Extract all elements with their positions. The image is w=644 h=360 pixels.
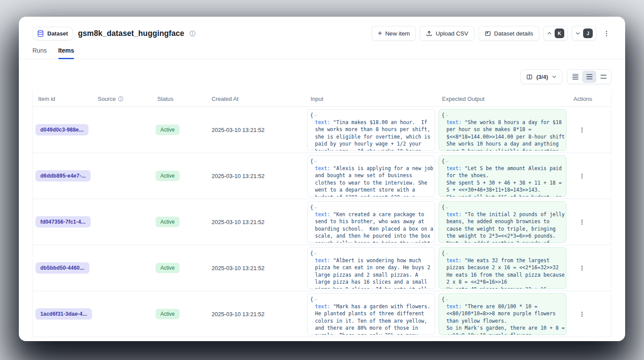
- column-header-actions: Actions: [568, 96, 612, 102]
- item-id-badge[interactable]: fd047356-7fc1-4...: [35, 216, 91, 228]
- items-table: Item id Source Status Created At Input E…: [32, 91, 612, 337]
- page-header: Dataset gsm8k_dataset_huggingface + New …: [19, 17, 625, 41]
- row-height-medium-button[interactable]: [582, 71, 596, 83]
- upload-csv-button[interactable]: Upload CSV: [420, 26, 474, 41]
- density-large-icon: [600, 74, 607, 80]
- expected-output-json-preview[interactable]: { text: "There are 80/100 * 10 = <<80/10…: [439, 293, 566, 335]
- new-item-button[interactable]: + New item: [372, 26, 416, 41]
- status-badge: Active: [156, 125, 180, 135]
- chevron-down-icon: [552, 74, 557, 79]
- created-at-cell: 2025-03-10 13:21:52: [206, 173, 305, 179]
- table-row: 1acd6f31-3dae-4... Active 2025-03-10 13:…: [33, 291, 611, 337]
- columns-selector-button[interactable]: (3/4): [520, 69, 563, 84]
- json-value: "Alexis is applying for a new job and bo…: [315, 165, 435, 197]
- item-id-cell: d6ddb895-e4e7-...: [33, 170, 92, 182]
- input-json-preview[interactable]: { text: "Albert is wondering how much pi…: [307, 247, 435, 289]
- dataset-type-label: Dataset: [47, 30, 68, 37]
- dataset-details-label: Dataset details: [494, 30, 533, 37]
- database-icon: [37, 30, 44, 37]
- collapse-chevron-icon[interactable]: [314, 298, 318, 302]
- columns-icon: [526, 74, 533, 80]
- row-kebab-menu-button[interactable]: [577, 171, 587, 181]
- status-cell: Active: [152, 171, 206, 181]
- title-info-icon[interactable]: [189, 30, 196, 37]
- column-header-expected-output: Expected Output: [437, 96, 568, 102]
- collapse-chevron-icon[interactable]: [445, 252, 449, 256]
- json-key: text: [315, 165, 327, 171]
- collapse-chevron-icon[interactable]: [314, 160, 318, 164]
- item-id-badge[interactable]: db5bbd50-4460...: [35, 262, 89, 274]
- compare-up-button[interactable]: K: [543, 26, 568, 41]
- status-cell: Active: [152, 125, 206, 135]
- open-brace: {: [442, 204, 445, 211]
- item-id-badge[interactable]: 1acd6f31-3dae-4...: [35, 308, 92, 320]
- collapse-chevron-icon[interactable]: [314, 206, 318, 210]
- compare-down-button[interactable]: J: [572, 26, 596, 41]
- table-body: d049d0c3-988e... Active 2025-03-10 13:21…: [33, 107, 611, 337]
- expected-output-cell: { text: "There are 80/100 * 10 = <<80/10…: [437, 291, 568, 337]
- table-toolbar: (3/4): [19, 59, 625, 91]
- dataset-details-icon: [485, 30, 491, 37]
- input-json-preview[interactable]: { text: "Mark has a garden with flowers.…: [307, 293, 435, 335]
- input-cell: { text: "Ken created a care package to s…: [305, 199, 437, 245]
- source-info-icon[interactable]: [118, 96, 124, 102]
- status-badge: Active: [156, 171, 180, 181]
- input-json-preview[interactable]: { text: "Tina makes $18.00 an hour. If s…: [307, 109, 435, 151]
- json-key: text: [446, 211, 459, 217]
- actions-cell: [568, 217, 612, 227]
- table-row: db5bbd50-4460... Active 2025-03-10 13:21…: [33, 245, 611, 291]
- status-cell: Active: [152, 309, 206, 319]
- table-row: fd047356-7fc1-4... Active 2025-03-10 13:…: [33, 199, 611, 245]
- collapse-chevron-icon[interactable]: [445, 160, 449, 164]
- open-brace: {: [310, 112, 313, 119]
- table-row: d049d0c3-988e... Active 2025-03-10 13:21…: [33, 107, 611, 153]
- expected-output-json-preview[interactable]: { text: "She works 8 hours a day for $18…: [439, 109, 566, 151]
- item-id-badge[interactable]: d049d0c3-988e...: [35, 124, 88, 135]
- row-kebab-menu-button[interactable]: [577, 263, 587, 273]
- expected-output-json-preview[interactable]: { text: "To the initial 2 pounds of jell…: [439, 201, 566, 243]
- created-at-cell: 2025-03-10 13:21:52: [206, 219, 305, 225]
- upload-icon: [426, 30, 432, 37]
- json-value: "Ken created a care package to send to h…: [315, 211, 435, 243]
- tab-runs[interactable]: Runs: [32, 47, 47, 59]
- status-badge: Active: [156, 309, 180, 319]
- kebab-icon: [579, 173, 585, 179]
- column-header-input: Input: [305, 96, 437, 102]
- input-json-preview[interactable]: { text: "Ken created a care package to s…: [307, 201, 435, 243]
- new-item-label: New item: [385, 30, 410, 37]
- row-kebab-menu-button[interactable]: [577, 309, 587, 319]
- column-header-created-at: Created At: [206, 96, 305, 102]
- column-header-source: Source: [92, 96, 152, 102]
- input-cell: { text: "Alexis is applying for a new jo…: [305, 153, 437, 199]
- expected-output-json-preview[interactable]: { text: "Let S be the amount Alexis paid…: [439, 155, 566, 197]
- row-kebab-menu-button[interactable]: [577, 125, 587, 135]
- collapse-chevron-icon[interactable]: [314, 252, 318, 256]
- dataset-details-button[interactable]: Dataset details: [478, 26, 539, 41]
- collapse-chevron-icon[interactable]: [445, 298, 449, 302]
- open-brace: {: [442, 112, 445, 119]
- header-kebab-menu-button[interactable]: [600, 26, 612, 41]
- json-value: "There are 80/100 * 10 = <<80/100*10=8>>…: [446, 303, 566, 335]
- row-height-large-button[interactable]: [596, 71, 610, 83]
- status-cell: Active: [152, 263, 206, 273]
- item-id-cell: d049d0c3-988e...: [33, 124, 92, 135]
- row-height-small-button[interactable]: [568, 71, 582, 83]
- status-badge: Active: [156, 217, 180, 227]
- status-cell: Active: [152, 217, 206, 227]
- created-at-cell: 2025-03-10 13:21:52: [206, 265, 305, 271]
- collapse-chevron-icon[interactable]: [314, 114, 318, 118]
- json-value: "He eats 32 from the largest pizzas beca…: [446, 257, 566, 289]
- collapse-chevron-icon[interactable]: [445, 114, 449, 118]
- json-key: text: [315, 211, 327, 217]
- open-brace: {: [442, 250, 445, 257]
- tab-items[interactable]: Items: [58, 47, 74, 59]
- json-key: text: [315, 257, 327, 264]
- expected-output-cell: { text: "She works 8 hours a day for $18…: [437, 107, 568, 153]
- input-json-preview[interactable]: { text: "Alexis is applying for a new jo…: [307, 155, 435, 197]
- input-cell: { text: "Albert is wondering how much pi…: [305, 245, 437, 291]
- row-kebab-menu-button[interactable]: [577, 217, 587, 227]
- item-id-badge[interactable]: d6ddb895-e4e7-...: [35, 170, 91, 182]
- table-row: d6ddb895-e4e7-... Active 2025-03-10 13:2…: [33, 153, 611, 199]
- collapse-chevron-icon[interactable]: [445, 206, 449, 210]
- expected-output-json-preview[interactable]: { text: "He eats 32 from the largest piz…: [439, 247, 566, 289]
